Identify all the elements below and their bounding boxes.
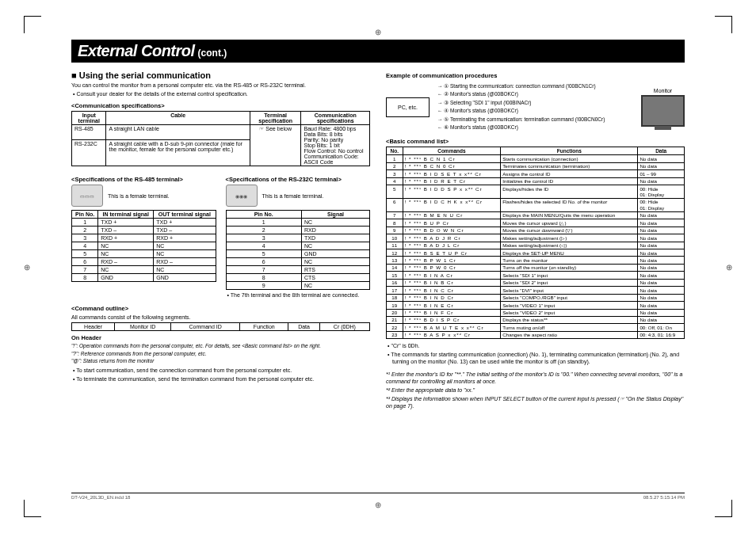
rs485-column: <Specifications of the RS-485 terminal> … xyxy=(71,171,216,300)
after-note: "Cr" is 0Dh. xyxy=(392,342,685,349)
page-title: External Control xyxy=(78,42,195,60)
table-header: Input terminal xyxy=(72,112,106,125)
table-row: 22! * **¹ B A M U T E x x*² CrTurns muti… xyxy=(387,324,685,331)
crop-mark xyxy=(24,500,41,517)
left-column: Using the serial communication You can c… xyxy=(71,67,370,411)
table-row: 1TXD +TXD + xyxy=(72,219,216,227)
table-row: 1NC xyxy=(226,219,370,227)
table-row: 8CTS xyxy=(226,274,370,282)
register-mark: ⊕ xyxy=(726,262,732,271)
table-row: 3! * **¹ B I D S E T x x*² CrAssigns the… xyxy=(387,170,685,177)
footnotes: *¹ Enter the monitor's ID for "**." The … xyxy=(386,371,685,409)
register-mark: ⊕ xyxy=(375,28,381,36)
monitor-icon xyxy=(641,95,685,127)
table-row: 2TXD –TXD – xyxy=(72,227,216,234)
rs485-head: <Specifications of the RS-485 terminal> xyxy=(71,176,216,183)
table-row: 12! * **¹ B S E T U P CrDisplays the SET… xyxy=(387,249,685,257)
table-row: 1! * **¹ B C N 1 CrStarts communication … xyxy=(387,155,685,162)
diagram-line: ← ④ Monitor's status (@00BOKCr) xyxy=(437,107,633,115)
register-mark: ⊕ xyxy=(375,501,381,509)
diagram-pc-box: PC, etc. xyxy=(386,97,430,117)
footnote: *³ Displays the information shown when I… xyxy=(386,395,685,409)
diagram-line: ← ⑥ Monitor's status (@00BOKCr) xyxy=(437,124,633,131)
crop-mark xyxy=(24,16,41,33)
footer-right: 08.5.27 5:15:14 PM xyxy=(643,495,685,500)
table-row: 7NCNC xyxy=(72,266,216,274)
table-row: 8GNDGND xyxy=(72,274,216,282)
intro-bullet: Consult your dealer for the details of t… xyxy=(78,90,370,97)
footer-left: DT-V24_20L3D_EN.indd 18 xyxy=(71,495,130,500)
rj45-icon: ▭▭▭ xyxy=(71,185,103,207)
rs232-table: Pin No.Signal 1NC2RXD3TXD4NC5GND6NC7RTS8… xyxy=(226,210,371,290)
comm-diagram: PC, etc. → ① Starting the communication:… xyxy=(386,82,685,131)
section-heading: Using the serial communication xyxy=(71,70,370,80)
table-row: 5NCNC xyxy=(72,250,216,258)
diagram-monitor-label: Monitor xyxy=(641,88,685,93)
footnote: *² Enter the appropriate data to "xx." xyxy=(386,386,685,394)
table-header: Cable xyxy=(106,112,250,125)
diagram-line: → ③ Selecting "SDI 1" input (!00BINACr) xyxy=(437,99,633,107)
table-row: 23! * **¹ B A S P x x*² CrChanges the as… xyxy=(387,331,685,338)
rs232-head: <Specifications of the RS-232C terminal> xyxy=(226,176,371,183)
table-row: 4NCNC xyxy=(72,242,216,250)
page-footer: DT-V24_20L3D_EN.indd 18 08.5.27 5:15:14 … xyxy=(71,493,685,500)
on-header-head: On Header xyxy=(71,334,370,341)
bullet-item: To start communication, send the connect… xyxy=(78,367,370,374)
table-row: 10! * **¹ B A D J R CrMakes setting/adju… xyxy=(387,234,685,242)
rs485-table: Pin No.IN terminal signalOUT terminal si… xyxy=(71,210,216,282)
table-row: 2RXD xyxy=(226,227,370,234)
table-row: 21! * **¹ B D I S P CrDisplays the statu… xyxy=(387,316,685,323)
register-mark: ⊕ xyxy=(24,262,30,271)
table-row: 8! * **¹ B U P CrMoves the cursor upward… xyxy=(387,219,685,227)
table-row: 3RXD +RXD + xyxy=(72,234,216,242)
after-note: The commands for starting communication … xyxy=(392,351,685,365)
cmd-outline-head: <Command outline> xyxy=(71,305,370,312)
diagram-line: → ⑤ Terminating the communication: termi… xyxy=(437,116,633,124)
female-terminal-label: This is a female terminal. xyxy=(262,193,324,199)
table-row: 18! * **¹ B I N D CrSelects "COMPO./RGB"… xyxy=(387,294,685,301)
table-row: 11! * **¹ B A D J L CrMakes setting/adju… xyxy=(387,242,685,249)
table-row: 5! * **¹ B I D D S P x x*² CrDisplays/hi… xyxy=(387,185,685,199)
rs232-note: The 7th terminal and the 8th terminal ar… xyxy=(232,291,371,299)
crop-mark xyxy=(715,16,732,33)
comm-spec-table: Input terminalCableTerminal specificatio… xyxy=(71,111,370,166)
table-row: 7! * **¹ B M E N U CrDisplays the MAIN M… xyxy=(387,211,685,219)
table-row: 5GND xyxy=(226,250,370,258)
table-row: 13! * **¹ B P W 1 CrTurns on the monitor… xyxy=(387,257,685,264)
table-row: 20! * **¹ B I N F CrSelects "VIDEO 2" in… xyxy=(387,309,685,316)
table-row: 17! * **¹ B I N C CrSelects "DVI" inputN… xyxy=(387,287,685,294)
footnote: *¹ Enter the monitor's ID for "**." The … xyxy=(386,371,685,385)
cmd-outline-desc: All commands consist of the following se… xyxy=(71,314,370,321)
crop-mark xyxy=(715,500,732,517)
page-title-sub: (cont.) xyxy=(198,48,227,59)
table-row: 15! * **¹ B I N A CrSelects "SDI 1" inpu… xyxy=(387,272,685,279)
diagram-line: ← ② Monitor's status (@00BOKCr) xyxy=(437,90,633,98)
table-row: 4! * **¹ B I D R E T CrInitializes the c… xyxy=(387,177,685,185)
basic-cmd-head: <Basic command list> xyxy=(386,138,685,145)
table-row: 6! * **¹ B I D C H K x x*² CrFlashes/hid… xyxy=(387,198,685,211)
table-row: 4NC xyxy=(226,242,370,250)
cmd-outline-table: HeaderMonitor IDCommand IDFunctionDataCr… xyxy=(71,322,370,331)
table-row: 6NC xyxy=(226,258,370,266)
dsub9-icon: ◉◉◉ xyxy=(226,185,258,207)
intro-text: You can control the monitor from a perso… xyxy=(71,82,370,89)
header-note: "!": Operation commands from the persona… xyxy=(71,343,370,349)
rs232-column: <Specifications of the RS-232C terminal>… xyxy=(226,171,371,300)
diagram-line: → ① Starting the communication: connecti… xyxy=(437,82,633,90)
header-note: "@": Status returns from the monitor xyxy=(71,358,370,364)
table-row: 6RXD –RXD – xyxy=(72,258,216,266)
table-row: 14! * **¹ B P W 0 CrTurns off the monito… xyxy=(387,264,685,271)
right-column: Example of communication procedures PC, … xyxy=(386,67,685,411)
table-row: 2! * **¹ B C N 0 CrTerminates communicat… xyxy=(387,162,685,169)
table-header: Terminal specification xyxy=(250,112,301,125)
table-row: 3TXD xyxy=(226,234,370,242)
comm-spec-head: <Communication specifications> xyxy=(71,102,370,109)
table-row: 19! * **¹ B I N E CrSelects "VIDEO 1" in… xyxy=(387,302,685,309)
header-note: "?": Reference commands from the persona… xyxy=(71,351,370,357)
page-number: 18 xyxy=(662,40,685,64)
table-row: 7RTS xyxy=(226,266,370,274)
table-row: 9NC xyxy=(226,282,370,290)
example-head: Example of communication procedures xyxy=(386,72,685,79)
female-terminal-label: This is a female terminal. xyxy=(108,193,170,199)
table-row: 16! * **¹ B I N B CrSelects "SDI 2" inpu… xyxy=(387,279,685,286)
